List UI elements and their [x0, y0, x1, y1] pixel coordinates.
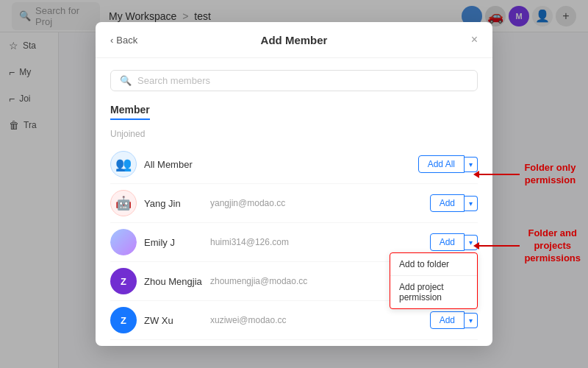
- add-zwxu-dropdown-button[interactable]: ▾: [465, 313, 478, 328]
- search-members-input[interactable]: [137, 75, 468, 86]
- modal-title: Add Member: [261, 34, 328, 46]
- modal-overlay: ‹ Back Add Member × 🔍 Member Unjoined: [0, 0, 588, 368]
- avatar-yangjin: 🤖: [110, 190, 137, 216]
- add-zwxu-btn-group: Add ▾: [430, 311, 478, 329]
- add-all-dropdown-button[interactable]: ▾: [465, 157, 478, 172]
- add-zwxu-button[interactable]: Add: [430, 311, 465, 329]
- member-email-yangjin: yangjin@modao.cc: [210, 198, 423, 208]
- unjoined-label: Unjoined: [110, 129, 478, 139]
- avatar-emilyj: [110, 229, 137, 255]
- annotations: Folder onlypermission Folder andprojects…: [479, 162, 581, 264]
- back-button[interactable]: ‹ Back: [110, 35, 137, 46]
- group-icon: 👥: [115, 156, 132, 172]
- avatar-zwxu: Z: [110, 307, 137, 333]
- member-email-zwxu: xuziwei@modao.cc: [210, 315, 423, 325]
- member-name-all: All Member: [144, 159, 203, 170]
- emilyj-dropdown-popup: Add to folder Add project permission: [390, 252, 478, 309]
- search-members-icon: 🔍: [120, 75, 132, 86]
- member-name-zhoumengjia: Zhou Mengjia: [144, 276, 203, 287]
- modal-header: ‹ Back Add Member ×: [96, 22, 492, 58]
- annotation-folder-only: Folder onlypermission: [479, 162, 581, 187]
- member-tab[interactable]: Member: [110, 104, 150, 120]
- add-project-permission-item[interactable]: Add project permission: [390, 276, 477, 308]
- member-name-zwxu: ZW Xu: [144, 315, 203, 326]
- member-name-yangjin: Yang Jin: [144, 198, 203, 209]
- annotation-folder-projects: Folder andprojectspermissions: [479, 227, 581, 265]
- add-all-btn-group: Add All ▾: [418, 155, 478, 173]
- annotation-folder-only-label: Folder onlypermission: [524, 162, 576, 187]
- avatar-all-member: 👥: [110, 151, 137, 177]
- add-yangjin-btn-group: Add ▾: [430, 194, 478, 212]
- add-member-modal: ‹ Back Add Member × 🔍 Member Unjoined: [96, 22, 492, 346]
- search-members-box[interactable]: 🔍: [110, 70, 478, 91]
- table-row: 👥 All Member Add All ▾: [110, 145, 478, 184]
- add-yangjin-dropdown-button[interactable]: ▾: [465, 196, 478, 211]
- annotation-folder-projects-label: Folder andprojectspermissions: [524, 227, 581, 265]
- member-email-emilyj: huimi314@126.com: [210, 237, 423, 247]
- add-emilyj-button[interactable]: Add: [430, 233, 465, 251]
- modal-body: 🔍 Member Unjoined 👥 All Member Add All: [96, 58, 492, 346]
- add-emilyj-btn-group: Add ▾ Add to folder Add project permissi…: [430, 233, 478, 251]
- add-yangjin-button[interactable]: Add: [430, 194, 465, 212]
- chevron-left-icon: ‹: [110, 35, 113, 46]
- avatar-letter-zw: Z: [121, 315, 126, 326]
- table-row: Emily J huimi314@126.com Add ▾ Add to fo…: [110, 223, 478, 262]
- emily-photo: [110, 229, 137, 255]
- back-label: Back: [116, 35, 137, 46]
- member-list: 👥 All Member Add All ▾ 🤖 Yang Jin yang: [110, 145, 478, 340]
- add-all-button[interactable]: Add All: [418, 155, 465, 173]
- table-row: 🤖 Yang Jin yangjin@modao.cc Add ▾: [110, 184, 478, 223]
- robot-icon: 🤖: [115, 195, 132, 211]
- member-name-emilyj: Emily J: [144, 237, 203, 248]
- avatar-letter-zhou: Z: [121, 276, 126, 287]
- close-button[interactable]: ×: [471, 34, 478, 46]
- add-to-folder-item[interactable]: Add to folder: [390, 253, 477, 276]
- avatar-zhoumengjia: Z: [110, 268, 137, 294]
